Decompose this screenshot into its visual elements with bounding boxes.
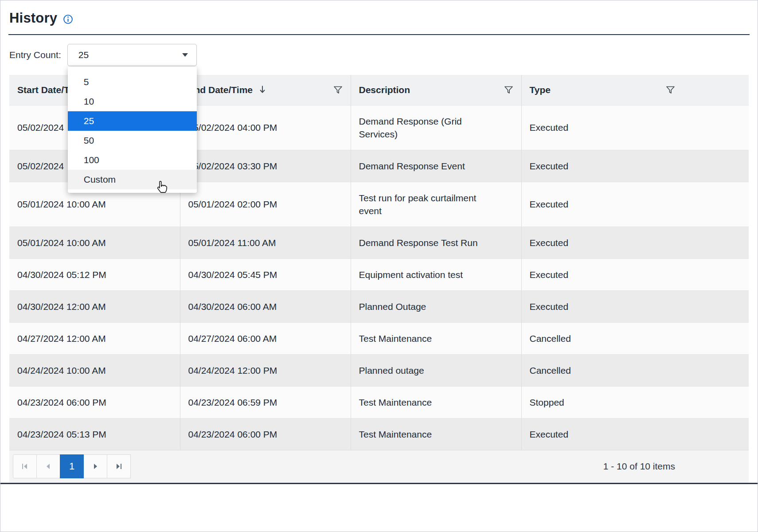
sort-descending-icon	[259, 85, 266, 94]
previous-page-button[interactable]	[36, 454, 60, 478]
entry-count-select[interactable]: 25	[67, 44, 197, 66]
entry-count-option-100[interactable]: 100	[68, 150, 197, 170]
table-row[interactable]: 04/23/2024 05:13 PM04/23/2024 06:00 PMTe…	[9, 418, 749, 450]
cell-description: Equipment activation test	[351, 258, 521, 290]
cell-end-date: 05/02/2024 04:00 PM	[180, 105, 351, 150]
filter-icon[interactable]	[333, 86, 343, 94]
title-row: History	[0, 0, 758, 34]
cell-end-date: 04/30/2024 05:45 PM	[180, 258, 351, 290]
cell-start-date: 04/30/2024 05:12 PM	[9, 258, 180, 290]
cell-type: Stopped	[521, 386, 749, 418]
entry-count-option-5[interactable]: 5	[68, 72, 197, 92]
cell-start-date: 04/23/2024 06:00 PM	[9, 386, 180, 418]
entry-count-select-wrap: 25 5102550100Custom	[67, 44, 197, 66]
table-row[interactable]: 04/30/2024 12:00 AM04/30/2024 06:00 AMPl…	[9, 290, 749, 322]
cell-description: Test Maintenance	[351, 322, 521, 354]
next-page-button[interactable]	[83, 454, 107, 478]
chevron-down-icon	[182, 53, 188, 57]
cell-type: Executed	[521, 182, 749, 227]
cell-description: Test Maintenance	[351, 418, 521, 450]
entry-count-row: Entry Count: 25 5102550100Custom	[0, 35, 758, 75]
history-page: History Entry Count: 25 5102550100Custom	[0, 0, 758, 532]
entry-count-option-custom[interactable]: Custom	[68, 170, 197, 189]
cell-description: Demand Response Event	[351, 150, 521, 182]
cell-end-date: 04/30/2024 06:00 AM	[180, 290, 351, 322]
last-page-button[interactable]	[107, 454, 131, 478]
cell-type: Cancelled	[521, 354, 749, 386]
cell-type: Executed	[521, 105, 749, 150]
filter-icon[interactable]	[504, 86, 513, 94]
first-page-button[interactable]	[13, 454, 37, 478]
cell-end-date: 05/02/2024 03:30 PM	[180, 150, 351, 182]
column-header-description[interactable]: Description	[351, 75, 521, 105]
entry-count-label: Entry Count:	[9, 50, 61, 60]
pagination-bar: 1 1 - 10 of 10 items	[9, 450, 749, 483]
table-row[interactable]: 04/24/2024 10:00 AM04/24/2024 12:00 PMPl…	[9, 354, 749, 386]
table-row[interactable]: 04/27/2024 12:00 AM04/27/2024 06:00 AMTe…	[9, 322, 749, 354]
cell-start-date: 04/24/2024 10:00 AM	[9, 354, 180, 386]
column-label: Type	[530, 85, 551, 95]
cell-end-date: 05/01/2024 02:00 PM	[180, 182, 351, 227]
column-header-type[interactable]: Type	[521, 75, 749, 105]
cell-start-date: 05/01/2024 10:00 AM	[9, 227, 180, 258]
page-title: History	[9, 10, 57, 26]
cell-end-date: 05/01/2024 11:00 AM	[180, 227, 351, 258]
page-1-button[interactable]: 1	[60, 454, 84, 478]
cell-end-date: 04/24/2024 12:00 PM	[180, 354, 351, 386]
entry-count-option-50[interactable]: 50	[68, 131, 197, 150]
cell-description: Planned Outage	[351, 290, 521, 322]
filter-icon[interactable]	[666, 86, 675, 94]
entry-count-option-10[interactable]: 10	[68, 92, 197, 111]
cell-description: Demand Response (Grid Services)	[351, 105, 521, 150]
info-icon[interactable]	[63, 14, 73, 24]
cell-type: Executed	[521, 258, 749, 290]
cell-type: Executed	[521, 290, 749, 322]
cell-end-date: 04/23/2024 06:00 PM	[180, 418, 351, 450]
pager-summary: 1 - 10 of 10 items	[603, 461, 675, 472]
cell-description: Test run for peak curtailment event	[351, 182, 521, 227]
entry-count-option-25[interactable]: 25	[68, 111, 197, 131]
column-label: Description	[359, 85, 410, 95]
cell-description: Demand Response Test Run	[351, 227, 521, 258]
column-header-end-date[interactable]: End Date/Time	[180, 75, 351, 105]
cell-type: Executed	[521, 227, 749, 258]
cell-end-date: 04/27/2024 06:00 AM	[180, 322, 351, 354]
cell-description: Planned outage	[351, 354, 521, 386]
cell-description: Test Maintenance	[351, 386, 521, 418]
cell-start-date: 04/30/2024 12:00 AM	[9, 290, 180, 322]
bottom-divider	[0, 483, 758, 484]
cell-type: Executed	[521, 150, 749, 182]
table-row[interactable]: 04/23/2024 06:00 PM04/23/2024 06:59 PMTe…	[9, 386, 749, 418]
cell-type: Executed	[521, 418, 749, 450]
cell-end-date: 04/23/2024 06:59 PM	[180, 386, 351, 418]
table-row[interactable]: 05/01/2024 10:00 AM05/01/2024 11:00 AMDe…	[9, 227, 749, 258]
column-label: End Date/Time	[188, 85, 253, 95]
cell-start-date: 04/23/2024 05:13 PM	[9, 418, 180, 450]
table-row[interactable]: 04/30/2024 05:12 PM04/30/2024 05:45 PMEq…	[9, 258, 749, 290]
cell-start-date: 04/27/2024 12:00 AM	[9, 322, 180, 354]
entry-count-list: 5102550100Custom	[68, 67, 197, 193]
entry-count-value: 25	[78, 50, 89, 60]
cell-type: Cancelled	[521, 322, 749, 354]
